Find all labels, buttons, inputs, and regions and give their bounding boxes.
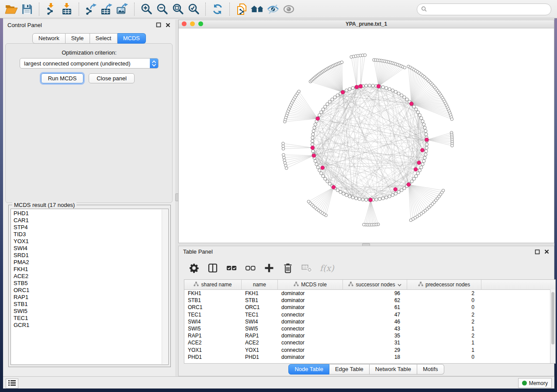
vertical-splitter[interactable] <box>175 20 178 376</box>
cell-successor_nodes: 46 <box>343 318 407 325</box>
tab-edge-table[interactable]: Edge Table <box>329 364 370 375</box>
cell-successor_nodes: 43 <box>343 325 407 332</box>
table-row[interactable]: SWI5SWI5connector431 <box>184 325 555 332</box>
table-row[interactable]: STB1STB1dominator620 <box>184 297 555 304</box>
first-neighbors-icon[interactable] <box>249 2 265 17</box>
mcds-result-item[interactable]: GCR1 <box>11 322 168 329</box>
float-table-panel-icon[interactable] <box>534 249 540 254</box>
cell-successor_nodes: 35 <box>343 332 407 339</box>
table-row[interactable]: PHD1PHD1dominator180 <box>184 354 555 361</box>
table-row[interactable]: YOX1YOX1connector291 <box>184 347 555 354</box>
add-row-icon[interactable] <box>263 262 275 274</box>
tab-network[interactable]: Network <box>32 33 66 44</box>
search-input[interactable] <box>427 6 547 13</box>
optimization-criterion-select[interactable]: largest connected component (undirected) <box>20 58 159 69</box>
close-panel-button[interactable]: Close panel <box>89 73 135 83</box>
table-row[interactable]: SWI4SWI4dominator462 <box>184 318 555 325</box>
delete-table-icon[interactable] <box>301 262 312 274</box>
open-icon[interactable] <box>3 2 19 17</box>
tab-node-table[interactable]: Node Table <box>288 364 329 375</box>
table-row[interactable]: ORC1ORC1dominator610 <box>184 304 555 311</box>
fx-formula-icon[interactable]: f(x) <box>320 263 334 273</box>
zoom-selected-icon[interactable] <box>186 2 201 17</box>
column-header-shared-name[interactable]: shared name <box>184 280 242 289</box>
memory-label: Memory <box>529 380 548 386</box>
float-panel-icon[interactable] <box>156 22 161 28</box>
zoom-fit-icon[interactable] <box>170 2 186 17</box>
table-row[interactable]: ACE2ACE2connector311 <box>184 339 555 346</box>
control-panel: Control Panel NetworkStyleSelectMCDS Opt… <box>3 20 175 376</box>
mcds-result-item[interactable]: PHD1 <box>11 209 168 217</box>
cell-shared_name: SWI5 <box>184 325 242 332</box>
mcds-result-item[interactable]: SWI5 <box>11 308 168 315</box>
cell-predecessor_nodes: 0 <box>407 354 481 361</box>
table-scrollbar-thumb[interactable] <box>551 292 554 344</box>
deselect-all-icon[interactable] <box>245 262 256 274</box>
export-network-icon[interactable] <box>83 2 99 17</box>
select-all-icon[interactable] <box>226 262 237 274</box>
column-header-MCDS-role[interactable]: MCDS role <box>278 280 343 289</box>
mcds-result-item[interactable]: YOX1 <box>11 238 168 245</box>
mcds-list-scrollbar[interactable] <box>162 210 168 364</box>
tab-motifs[interactable]: Motifs <box>417 364 444 375</box>
tab-network-table[interactable]: Network Table <box>370 364 417 375</box>
mcds-result-item[interactable]: TID3 <box>11 231 168 238</box>
column-header-name[interactable]: name <box>242 280 278 289</box>
mcds-result-item[interactable]: SWI4 <box>11 245 168 252</box>
tab-mcds[interactable]: MCDS <box>118 33 146 44</box>
network-canvas[interactable] <box>179 28 554 243</box>
columns-icon[interactable] <box>207 262 218 274</box>
mcds-result-item[interactable]: RAP1 <box>11 294 168 301</box>
column-header-predecessor-nodes[interactable]: predecessor nodes <box>407 280 481 289</box>
run-mcds-button[interactable]: Run MCDS <box>41 73 83 83</box>
table-row[interactable]: TEC1TEC1connector472 <box>184 311 555 318</box>
new-network-from-selection-icon[interactable] <box>234 2 249 17</box>
mcds-result-item[interactable]: ACE2 <box>11 273 168 280</box>
mcds-result-item[interactable]: PMA2 <box>11 259 168 266</box>
save-icon[interactable] <box>19 2 35 17</box>
close-panel-icon[interactable] <box>165 22 171 28</box>
column-header-successor-nodes[interactable]: successor nodes <box>343 280 407 289</box>
minimize-window-button[interactable] <box>190 21 195 26</box>
mcds-result-item[interactable]: STB1 <box>11 301 168 308</box>
mcds-result-item[interactable]: SRD1 <box>11 252 168 259</box>
delete-row-icon[interactable] <box>282 262 294 274</box>
hide-selection-icon[interactable] <box>265 2 281 17</box>
tab-style[interactable]: Style <box>66 33 90 44</box>
cell-name: ACE2 <box>242 339 278 346</box>
cell-predecessor_nodes: 0 <box>407 297 481 304</box>
table-header-row: shared namenameMCDS rolesuccessor nodesp… <box>184 280 555 290</box>
memory-button[interactable]: Memory <box>518 378 552 388</box>
cell-successor_nodes: 61 <box>343 304 407 311</box>
import-table-icon[interactable] <box>59 2 75 17</box>
zoom-in-icon[interactable] <box>138 2 154 17</box>
cell-name: RAP1 <box>242 332 278 339</box>
mcds-result-item[interactable]: FKH1 <box>11 266 168 273</box>
search-box[interactable] <box>417 3 551 15</box>
zoom-out-icon[interactable] <box>154 2 170 17</box>
table-row[interactable]: FKH1FKH1dominator962 <box>184 290 555 297</box>
mcds-result-item[interactable]: TEC1 <box>11 315 168 322</box>
export-table-icon[interactable] <box>99 2 114 17</box>
mcds-result-item[interactable]: STP4 <box>11 224 168 231</box>
close-table-panel-icon[interactable] <box>544 249 550 254</box>
refresh-icon[interactable] <box>210 2 225 17</box>
close-window-button[interactable] <box>182 21 187 26</box>
mcds-result-item[interactable]: STB5 <box>11 280 168 287</box>
maximize-window-button[interactable] <box>198 21 203 26</box>
show-all-icon[interactable] <box>281 2 297 17</box>
export-image-icon[interactable] <box>114 2 130 17</box>
cell-shared_name: PHD1 <box>184 354 242 361</box>
network-graph[interactable] <box>179 28 554 243</box>
mcds-result-item[interactable]: ORC1 <box>11 287 168 294</box>
search-icon <box>421 6 427 14</box>
tab-select[interactable]: Select <box>90 33 118 44</box>
cell-successor_nodes: 62 <box>343 297 407 304</box>
table-row[interactable]: RAP1RAP1dominator352 <box>184 332 555 339</box>
settings-icon[interactable] <box>188 262 200 274</box>
memory-status-dot <box>522 381 527 385</box>
task-history-button[interactable] <box>6 378 18 389</box>
import-network-icon[interactable] <box>43 2 59 17</box>
table-scrollbar[interactable] <box>550 289 555 363</box>
mcds-result-item[interactable]: CAR1 <box>11 217 168 224</box>
